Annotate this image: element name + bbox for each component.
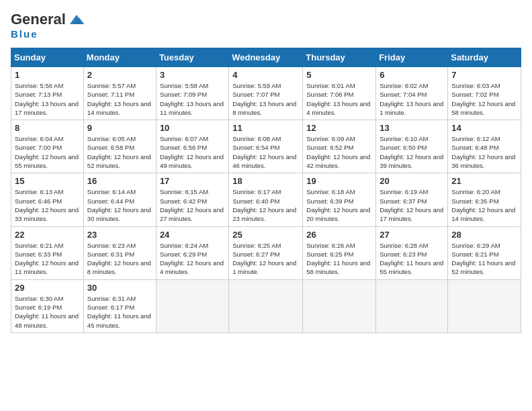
calendar-cell: 29Sunrise: 6:30 AMSunset: 6:19 PMDayligh…	[11, 279, 84, 332]
day-number: 16	[87, 176, 152, 186]
day-number: 25	[232, 230, 299, 240]
calendar-cell: 5Sunrise: 6:01 AMSunset: 7:06 PMDaylight…	[303, 67, 376, 120]
day-number: 27	[380, 230, 444, 240]
day-header-tuesday: Tuesday	[156, 48, 228, 67]
calendar-cell: 12Sunrise: 6:09 AMSunset: 6:52 PMDayligh…	[303, 120, 376, 173]
day-info: Sunrise: 6:04 AMSunset: 7:00 PMDaylight:…	[15, 134, 80, 170]
calendar-table: SundayMondayTuesdayWednesdayThursdayFrid…	[11, 48, 521, 333]
day-number: 18	[232, 176, 299, 186]
calendar-cell: 28Sunrise: 6:29 AMSunset: 6:21 PMDayligh…	[448, 226, 521, 279]
day-info: Sunrise: 6:08 AMSunset: 6:54 PMDaylight:…	[232, 134, 299, 170]
calendar-header-row: SundayMondayTuesdayWednesdayThursdayFrid…	[11, 48, 521, 67]
day-number: 20	[380, 176, 444, 186]
page-header: General Blue	[11, 11, 521, 40]
day-number: 13	[380, 123, 444, 133]
day-info: Sunrise: 6:09 AMSunset: 6:52 PMDaylight:…	[306, 134, 372, 170]
calendar-cell: 27Sunrise: 6:28 AMSunset: 6:23 PMDayligh…	[376, 226, 448, 279]
day-number: 21	[451, 176, 517, 186]
day-number: 17	[160, 176, 225, 186]
logo-blue: Blue	[11, 28, 38, 40]
day-info: Sunrise: 6:15 AMSunset: 6:42 PMDaylight:…	[160, 187, 225, 223]
day-info: Sunrise: 6:29 AMSunset: 6:21 PMDaylight:…	[451, 241, 517, 277]
day-header-thursday: Thursday	[303, 48, 376, 67]
day-number: 30	[87, 283, 152, 293]
day-number: 22	[15, 230, 80, 240]
calendar-cell: 15Sunrise: 6:13 AMSunset: 6:46 PMDayligh…	[11, 173, 84, 226]
calendar-cell	[376, 279, 448, 332]
day-info: Sunrise: 6:17 AMSunset: 6:40 PMDaylight:…	[232, 187, 299, 223]
calendar-cell: 30Sunrise: 6:31 AMSunset: 6:17 PMDayligh…	[83, 279, 156, 332]
day-info: Sunrise: 6:26 AMSunset: 6:25 PMDaylight:…	[306, 241, 372, 277]
calendar-cell: 14Sunrise: 6:12 AMSunset: 6:48 PMDayligh…	[448, 120, 521, 173]
calendar-cell: 16Sunrise: 6:14 AMSunset: 6:44 PMDayligh…	[83, 173, 156, 226]
calendar-cell: 3Sunrise: 5:58 AMSunset: 7:09 PMDaylight…	[156, 67, 228, 120]
day-number: 6	[380, 70, 444, 80]
day-info: Sunrise: 5:58 AMSunset: 7:09 PMDaylight:…	[160, 81, 225, 117]
calendar-cell: 18Sunrise: 6:17 AMSunset: 6:40 PMDayligh…	[229, 173, 303, 226]
day-info: Sunrise: 6:03 AMSunset: 7:02 PMDaylight:…	[451, 81, 517, 117]
calendar-cell: 22Sunrise: 6:21 AMSunset: 6:33 PMDayligh…	[11, 226, 84, 279]
logo-general: General	[11, 11, 66, 28]
calendar-cell: 19Sunrise: 6:18 AMSunset: 6:39 PMDayligh…	[303, 173, 376, 226]
day-info: Sunrise: 6:19 AMSunset: 6:37 PMDaylight:…	[380, 187, 444, 223]
calendar-cell: 20Sunrise: 6:19 AMSunset: 6:37 PMDayligh…	[376, 173, 448, 226]
day-number: 2	[87, 70, 152, 80]
day-number: 23	[87, 230, 152, 240]
calendar-cell	[303, 279, 376, 332]
day-number: 7	[451, 70, 517, 80]
calendar-cell: 2Sunrise: 5:57 AMSunset: 7:11 PMDaylight…	[83, 67, 156, 120]
day-info: Sunrise: 6:25 AMSunset: 6:27 PMDaylight:…	[232, 241, 299, 277]
calendar-cell: 24Sunrise: 6:24 AMSunset: 6:29 PMDayligh…	[156, 226, 228, 279]
calendar-cell: 6Sunrise: 6:02 AMSunset: 7:04 PMDaylight…	[376, 67, 448, 120]
calendar-cell: 8Sunrise: 6:04 AMSunset: 7:00 PMDaylight…	[11, 120, 84, 173]
calendar-cell	[156, 279, 228, 332]
logo-icon	[67, 12, 86, 27]
day-number: 1	[15, 70, 80, 80]
day-info: Sunrise: 6:07 AMSunset: 6:56 PMDaylight:…	[160, 134, 225, 170]
day-number: 10	[160, 123, 225, 133]
day-info: Sunrise: 6:20 AMSunset: 6:35 PMDaylight:…	[451, 187, 517, 223]
calendar-cell: 7Sunrise: 6:03 AMSunset: 7:02 PMDaylight…	[448, 67, 521, 120]
day-number: 9	[87, 123, 152, 133]
day-number: 28	[451, 230, 517, 240]
day-info: Sunrise: 6:13 AMSunset: 6:46 PMDaylight:…	[15, 187, 80, 223]
day-number: 5	[306, 70, 372, 80]
calendar-cell: 10Sunrise: 6:07 AMSunset: 6:56 PMDayligh…	[156, 120, 228, 173]
day-info: Sunrise: 6:02 AMSunset: 7:04 PMDaylight:…	[380, 81, 444, 117]
day-info: Sunrise: 5:56 AMSunset: 7:13 PMDaylight:…	[15, 81, 80, 117]
day-number: 26	[306, 230, 372, 240]
day-info: Sunrise: 6:01 AMSunset: 7:06 PMDaylight:…	[306, 81, 372, 117]
calendar-cell: 23Sunrise: 6:23 AMSunset: 6:31 PMDayligh…	[83, 226, 156, 279]
day-info: Sunrise: 6:23 AMSunset: 6:31 PMDaylight:…	[87, 241, 152, 277]
calendar-cell: 1Sunrise: 5:56 AMSunset: 7:13 PMDaylight…	[11, 67, 84, 120]
calendar-cell: 9Sunrise: 6:05 AMSunset: 6:58 PMDaylight…	[83, 120, 156, 173]
day-info: Sunrise: 6:24 AMSunset: 6:29 PMDaylight:…	[160, 241, 225, 277]
calendar-cell: 4Sunrise: 5:59 AMSunset: 7:07 PMDaylight…	[229, 67, 303, 120]
calendar-cell: 25Sunrise: 6:25 AMSunset: 6:27 PMDayligh…	[229, 226, 303, 279]
day-number: 14	[451, 123, 517, 133]
calendar-cell	[229, 279, 303, 332]
calendar-cell: 21Sunrise: 6:20 AMSunset: 6:35 PMDayligh…	[448, 173, 521, 226]
day-header-wednesday: Wednesday	[229, 48, 303, 67]
day-number: 3	[160, 70, 225, 80]
day-info: Sunrise: 6:21 AMSunset: 6:33 PMDaylight:…	[15, 241, 80, 277]
day-number: 24	[160, 230, 225, 240]
day-header-saturday: Saturday	[448, 48, 521, 67]
day-info: Sunrise: 6:10 AMSunset: 6:50 PMDaylight:…	[380, 134, 444, 170]
day-info: Sunrise: 5:59 AMSunset: 7:07 PMDaylight:…	[232, 81, 299, 117]
day-info: Sunrise: 6:28 AMSunset: 6:23 PMDaylight:…	[380, 241, 444, 277]
calendar-cell: 11Sunrise: 6:08 AMSunset: 6:54 PMDayligh…	[229, 120, 303, 173]
day-info: Sunrise: 6:05 AMSunset: 6:58 PMDaylight:…	[87, 134, 152, 170]
day-number: 4	[232, 70, 299, 80]
day-header-friday: Friday	[376, 48, 448, 67]
calendar-cell: 13Sunrise: 6:10 AMSunset: 6:50 PMDayligh…	[376, 120, 448, 173]
day-info: Sunrise: 6:12 AMSunset: 6:48 PMDaylight:…	[451, 134, 517, 170]
day-number: 15	[15, 176, 80, 186]
calendar-cell	[448, 279, 521, 332]
day-number: 19	[306, 176, 372, 186]
logo: General Blue	[11, 11, 86, 40]
day-number: 11	[232, 123, 299, 133]
day-header-monday: Monday	[83, 48, 156, 67]
day-number: 29	[15, 283, 80, 293]
day-info: Sunrise: 6:31 AMSunset: 6:17 PMDaylight:…	[87, 294, 152, 330]
